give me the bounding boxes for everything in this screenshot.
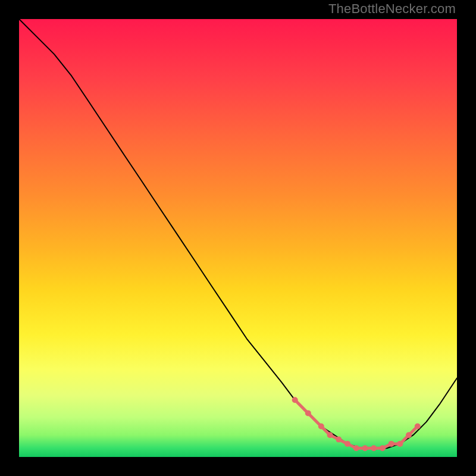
bottleneck-curve (19, 19, 457, 448)
optimal-marker (380, 445, 386, 451)
watermark-text: TheBottleNecker.com (328, 1, 456, 17)
optimal-marker (353, 445, 359, 451)
optimal-marker (305, 410, 311, 416)
optimal-marker (406, 432, 412, 438)
curve-svg (19, 19, 457, 457)
optimal-marker (397, 441, 403, 447)
optimal-marker (345, 441, 350, 447)
optimal-marker (327, 432, 333, 438)
optimal-marker (362, 445, 368, 451)
optimal-marker (389, 441, 394, 447)
optimal-marker (336, 437, 342, 443)
plot-area (19, 19, 457, 457)
chart-frame: TheBottleNecker.com (0, 0, 476, 476)
optimal-marker (318, 424, 324, 430)
optimal-marker (415, 424, 421, 430)
optimal-marker (292, 397, 298, 403)
optimal-marker (371, 445, 377, 451)
